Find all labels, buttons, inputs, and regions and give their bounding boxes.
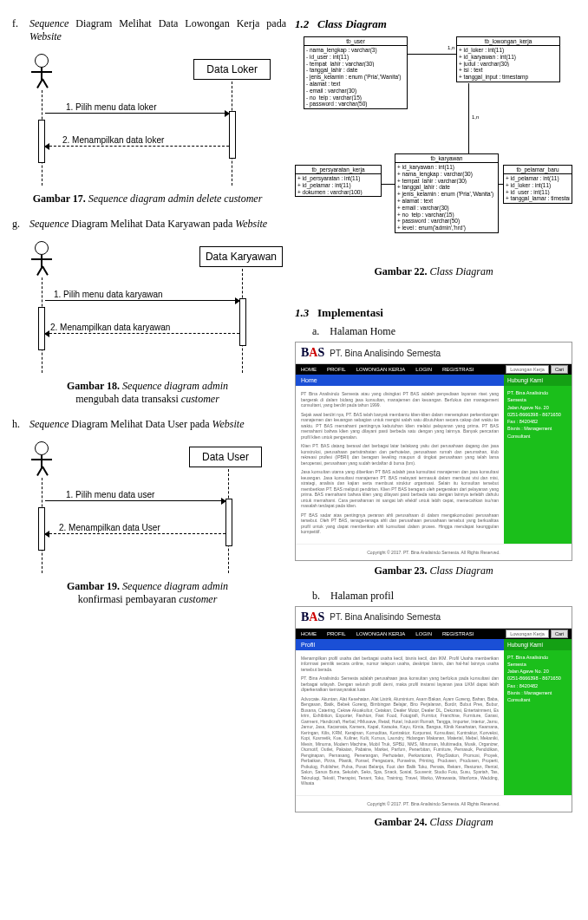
- sec13-num: 1.3: [295, 306, 309, 319]
- search-input[interactable]: Lowongan Kerja: [506, 365, 549, 374]
- nav-login[interactable]: LOGIN: [410, 364, 437, 375]
- msg2-line: [45, 146, 229, 147]
- item-h: h. Sequence Diagram Melihat Data User pa…: [9, 418, 286, 431]
- impl-a: a. Halaman Home: [295, 325, 572, 338]
- caption-24-i: Class Diagram: [430, 816, 493, 828]
- section-1-3: 1.3 Implementasi: [295, 306, 572, 320]
- actor-icon: [42, 467, 48, 476]
- nav-profil[interactable]: PROFIL: [322, 364, 351, 375]
- class-tb-persyaratan: tb_persyaratan_kerja + id_persyaratan : …: [295, 165, 382, 197]
- caption-19-tail: konfirmasi pembayaran: [78, 593, 177, 605]
- impl-b-label: Halaman profil: [330, 590, 394, 602]
- actor-icon: [31, 258, 52, 260]
- item-g: g. Sequence Diagram Melihat Data Karyawa…: [9, 218, 286, 231]
- item-f: f. Sequence Diagram Melihat Data Lowonga…: [9, 17, 286, 43]
- class-tb-karyawan: tb_karyawan + id_karyawan : int(11) + na…: [395, 153, 499, 233]
- site-side-head: Hubungi Kami: [504, 639, 572, 650]
- sec13-title: Implementasi: [317, 306, 383, 319]
- msg1-line: [45, 300, 239, 301]
- nav-lowongan[interactable]: LOWONGAN KERJA: [351, 364, 411, 375]
- actor-icon: [35, 441, 49, 455]
- site-search: Lowongan Kerja Cari: [506, 630, 572, 638]
- text-h-i2: Website: [212, 418, 245, 430]
- marker-h: h.: [12, 418, 20, 431]
- class-tb-lowongan: tb_lowongan_kerja + id_loker : int(11) +…: [456, 36, 560, 82]
- site-main-content: Menampilkan profil usaha dari berbagai u…: [296, 650, 504, 795]
- card-1n: 1,n: [448, 45, 454, 50]
- text-f-i2: Website: [29, 30, 62, 42]
- seq-diagram-g: Data Karyawan 1. Pilih menu data karyawa…: [19, 238, 286, 376]
- nav-registrasi[interactable]: REGISTRASI: [437, 364, 479, 375]
- caption-23-i: Class Diagram: [430, 564, 493, 577]
- site-header: BAS PT. Bina Analisindo Semesta: [296, 607, 572, 629]
- site-side: Hubungi Kami PT. Bina Analisindo Semesta…: [504, 375, 572, 544]
- actor-icon: [35, 54, 49, 68]
- activation-r: [225, 499, 232, 546]
- search-button[interactable]: Cari: [551, 630, 568, 638]
- caption-18-tail: mengubah data transaksi: [75, 393, 179, 405]
- class-tb-karyawan-attrs: + id_karyawan : int(11) + nama_lengkap :…: [395, 163, 498, 232]
- text-f-i1: Sequence: [29, 17, 69, 29]
- nav-profil[interactable]: PROFIL: [322, 629, 351, 639]
- activation-l: [38, 307, 45, 350]
- site-side-body: PT. Bina Analisindo Semesta Jalan Agave …: [504, 650, 572, 708]
- site-footer: Copyright © 2017. PT. Bina Analisindo Se…: [296, 795, 572, 812]
- msg1-line: [45, 113, 229, 114]
- caption-17: Gambar 17. Sequence diagram admin delete…: [9, 192, 286, 206]
- text-h-i1: Sequence: [29, 418, 69, 430]
- site-side-body: PT. Bina Analisindo Semesta Jalan Agave …: [504, 386, 572, 443]
- home-p1: PT Bina Analisindo Semesta atau yang dis…: [301, 391, 499, 408]
- caption-19-tail-i: customer: [179, 593, 217, 605]
- left-column: f. Sequence Diagram Melihat Data Lowonga…: [9, 17, 286, 841]
- caption-19-i: Sequence diagram admin: [122, 580, 228, 592]
- caption-24: Gambar 24. Class Diagram: [295, 816, 572, 829]
- nav-lowongan[interactable]: LOWONGAN KERJA: [351, 629, 411, 639]
- home-p4: Jasa konsultan utama yang diberikan PT B…: [301, 469, 499, 509]
- text-h-mid: Diagram Melihat Data User pada: [71, 418, 209, 430]
- msg1-label: 1. Pilih menu data karyawan: [54, 290, 163, 299]
- text-g: Sequence Diagram Melihat Data Karyawan p…: [29, 218, 286, 231]
- nav-registrasi[interactable]: REGISTRASI: [437, 629, 479, 639]
- site-header: BAS PT. Bina Analisindo Semesta: [296, 343, 572, 364]
- site-profil: BAS PT. Bina Analisindo Semesta HOME PRO…: [295, 606, 572, 812]
- site-search: Lowongan Kerja Cari: [506, 365, 572, 374]
- nav-home[interactable]: HOME: [296, 629, 322, 639]
- search-button[interactable]: Cari: [551, 365, 568, 374]
- class-tb-user: tb_user - nama_lengkap : varchar(3) - id…: [304, 36, 408, 109]
- text-h: Sequence Diagram Melihat Data User pada …: [29, 418, 286, 431]
- class-tb-pelamar-name: tb_pelamar_baru: [504, 166, 572, 174]
- seq-diagram-h: Data User 1. Pilih menu data user 2. Men…: [19, 438, 286, 577]
- actor-icon: [31, 459, 52, 460]
- nav-home[interactable]: HOME: [296, 364, 322, 375]
- marker-g: g.: [12, 218, 20, 231]
- actor-icon: [42, 79, 48, 88]
- caption-18-i: Sequence diagram admin: [122, 380, 228, 392]
- text-f: Sequence Diagram Melihat Data Lowongan K…: [29, 17, 286, 43]
- site-nav: HOME PROFIL LOWONGAN KERJA LOGIN REGISTR…: [296, 364, 572, 375]
- caption-24-b: Gambar 24.: [374, 816, 427, 828]
- search-input[interactable]: Lowongan Kerja: [506, 630, 549, 638]
- activation-r: [229, 111, 236, 159]
- site-home: BAS PT. Bina Analisindo Semesta HOME PRO…: [295, 342, 572, 561]
- rel-karyawan-pelamar: [499, 184, 503, 185]
- profil-p2: PT. Bina Analisindo Semesta adalah perus…: [301, 675, 499, 693]
- class-tb-persyaratan-name: tb_persyaratan_kerja: [296, 166, 381, 174]
- section-1-2: 1.2 Class Diagram: [295, 17, 572, 31]
- right-column: 1.2 Class Diagram tb_user - nama_lengkap…: [295, 17, 572, 841]
- profil-p3: Advocate. Akuntan, Alat Kesehatan, Alat …: [301, 696, 499, 786]
- activation-l: [38, 120, 45, 163]
- site-company: PT. Bina Analisindo Semesta: [330, 349, 441, 358]
- caption-22-b: Gambar 22.: [374, 265, 427, 277]
- site-side: Hubungi Kami PT. Bina Analisindo Semesta…: [504, 639, 572, 795]
- msg1-label: 1. Pilih menu data user: [66, 490, 154, 499]
- caption-19: Gambar 19. Sequence diagram admin konfir…: [9, 580, 286, 606]
- class-diagram: tb_user - nama_lengkap : varchar(3) - id…: [295, 36, 572, 262]
- class-tb-pelamar: tb_pelamar_baru + id_pelamar : int(11) +…: [503, 165, 572, 204]
- nav-login[interactable]: LOGIN: [410, 629, 437, 639]
- profil-p1: Menampilkan profil usaha dari berbagai u…: [301, 656, 499, 673]
- site-side-head: Hubungi Kami: [504, 375, 572, 386]
- impl-b-marker: b.: [312, 590, 320, 602]
- caption-18-b: Gambar 18.: [67, 380, 120, 392]
- rel-lowongan-karyawan: [468, 83, 469, 153]
- text-g-i2: Website: [235, 218, 267, 230]
